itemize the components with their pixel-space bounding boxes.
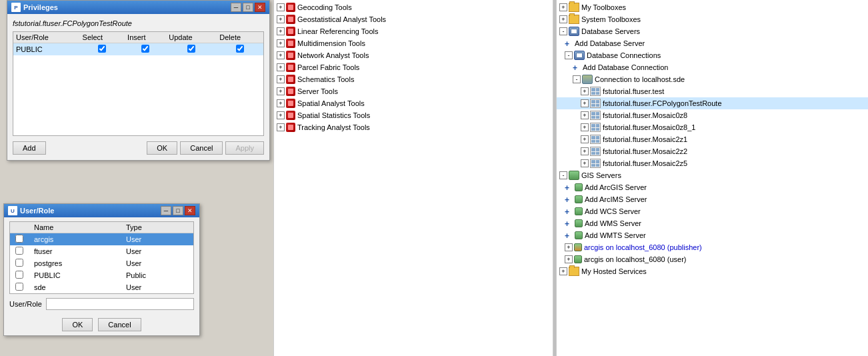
close-button[interactable]: ✕ (255, 3, 265, 12)
expand-database-servers[interactable]: - (559, 27, 567, 35)
expand-spatial-stats[interactable]: + (277, 111, 285, 119)
toolbox-item[interactable]: + Linear Referencing Tools (274, 25, 553, 37)
expand-server[interactable]: + (277, 87, 285, 95)
expand-mosaic0z8-1[interactable]: + (581, 123, 589, 131)
expand-database-connections[interactable]: - (565, 51, 573, 59)
system-toolboxes-label: System Toolboxes (581, 15, 641, 23)
table-row[interactable]: PUBLIC (13, 43, 263, 56)
expand-tracking[interactable]: + (277, 123, 285, 131)
expand-connection-localhost[interactable]: - (573, 75, 581, 83)
expand-ftuser-test[interactable]: + (581, 87, 589, 95)
toolbox-item[interactable]: + Schematics Tools (274, 73, 553, 85)
toolbox-item[interactable]: + Spatial Statistics Tools (274, 109, 553, 121)
catalog-item-mosaic0z8[interactable]: + fstutorial.ftuser.Mosaic0z8 (557, 109, 868, 121)
table-row[interactable]: ftuser User (10, 245, 193, 257)
catalog-item-add-db-connection[interactable]: + Add Database Connection (557, 61, 868, 73)
catalog-item-add-wmts[interactable]: + Add WMTS Server (557, 229, 868, 241)
catalog-item-mosaic2z5[interactable]: + fstutorial.ftuser.Mosaic2z5 (557, 157, 868, 169)
catalog-item-fcpolygon[interactable]: + fstutorial.ftuser.FCPolygonTestRoute (557, 97, 868, 109)
expand-arcgis-publisher[interactable]: + (565, 243, 573, 251)
catalog-item-arcgis-user[interactable]: + arcgis on localhost_6080 (user) (557, 253, 868, 265)
row-select[interactable] (80, 43, 125, 56)
expand-geocoding[interactable]: + (277, 3, 285, 11)
ur-row-check[interactable] (15, 271, 23, 279)
ur-maximize-button[interactable]: □ (173, 206, 183, 215)
catalog-item-add-wms[interactable]: + Add WMS Server (557, 217, 868, 229)
catalog-item-arcgis-publisher[interactable]: + arcgis on localhost_6080 (publisher) (557, 241, 868, 253)
toolbox-item[interactable]: + Network Analyst Tools (274, 49, 553, 61)
expand-spatial-analyst[interactable]: + (277, 99, 285, 107)
toolbox-item[interactable]: + Parcel Fabric Tools (274, 61, 553, 73)
catalog-item-my-toolboxes[interactable]: + My Toolboxes (557, 1, 868, 13)
table-row[interactable]: sde User (10, 281, 193, 293)
expand-my-toolboxes[interactable]: + (559, 3, 567, 11)
toolbox-item[interactable]: + Tracking Analyst Tools (274, 121, 553, 133)
catalog-item-mosaic2z2[interactable]: + fstutorial.ftuser.Mosaic2z2 (557, 145, 868, 157)
expand-linear[interactable]: + (277, 27, 285, 35)
catalog-item-add-arcims[interactable]: + Add ArcIMS Server (557, 193, 868, 205)
catalog-item-gis-servers[interactable]: - GIS Servers (557, 169, 868, 181)
ur-cancel-button[interactable]: Cancel (98, 318, 141, 331)
catalog-item-add-db-server[interactable]: + Add Database Server (557, 37, 868, 49)
grid-icon (590, 87, 601, 96)
catalog-item-add-wcs[interactable]: + Add WCS Server (557, 205, 868, 217)
toolbox-item[interactable]: + Multidimension Tools (274, 37, 553, 49)
row-update[interactable] (166, 43, 217, 56)
catalog-item-my-hosted[interactable]: + My Hosted Services (557, 265, 868, 277)
catalog-item-mosaic0z8-1[interactable]: + fstutorial.ftuser.Mosaic0z8_1 (557, 121, 868, 133)
expand-mosaic0z8[interactable]: + (581, 111, 589, 119)
expand-mosaic2z1[interactable]: + (581, 135, 589, 143)
toolbox-item[interactable]: + Server Tools (274, 85, 553, 97)
catalog-item-ftuser-test[interactable]: + fstutorial.ftuser.test (557, 85, 868, 97)
userrole-input[interactable] (46, 298, 194, 310)
expand-geostatistical[interactable]: + (277, 15, 285, 23)
maximize-button[interactable]: □ (243, 3, 253, 12)
catalog-item-add-arcgis[interactable]: + Add ArcGIS Server (557, 181, 868, 193)
expand-schematics[interactable]: + (277, 75, 285, 83)
expand-system-toolboxes[interactable]: + (559, 15, 567, 23)
toolbox-icon (286, 111, 295, 120)
catalog-item-connection-localhost[interactable]: - Connection to localhost.sde (557, 73, 868, 85)
expand-mosaic2z2[interactable]: + (581, 147, 589, 155)
add-button[interactable]: Add (13, 141, 46, 155)
expand-gis-servers[interactable]: - (559, 171, 567, 179)
cancel-button[interactable]: Cancel (180, 141, 223, 155)
toolbox-label: Multidimension Tools (297, 39, 365, 47)
minimize-button[interactable]: ─ (231, 3, 241, 12)
table-row[interactable]: PUBLIC Public (10, 269, 193, 281)
ur-row-check[interactable] (15, 247, 23, 255)
userrole-titlebar-buttons: ─ □ ✕ (161, 206, 195, 215)
ok-button[interactable]: OK (147, 141, 177, 155)
ur-row-check[interactable] (15, 259, 23, 267)
toolbox-item[interactable]: + Geocoding Tools (274, 1, 553, 13)
add-arcgis-label: Add ArcGIS Server (585, 183, 647, 191)
expand-fcpolygon[interactable]: + (581, 99, 589, 107)
ur-row-check[interactable] (15, 283, 23, 291)
toolbox-item[interactable]: + Spatial Analyst Tools (274, 97, 553, 109)
toolbox-item[interactable]: + Geostatistical Analyst Tools (274, 13, 553, 25)
expand-arcgis-user[interactable]: + (565, 255, 573, 263)
privileges-dialog: P Privileges ─ □ ✕ fstutorial.ftuser.FCP… (7, 0, 270, 161)
catalog-item-mosaic2z1[interactable]: + fstutorial.ftuser.Mosaic2z1 (557, 133, 868, 145)
ur-minimize-button[interactable]: ─ (161, 206, 171, 215)
catalog-item-database-connections[interactable]: - Database Connections (557, 49, 868, 61)
table-row[interactable]: postgres User (10, 257, 193, 269)
apply-button[interactable]: Apply (225, 141, 264, 155)
row-insert[interactable] (125, 43, 166, 56)
ur-ok-button[interactable]: OK (62, 318, 93, 331)
expand-my-hosted[interactable]: + (559, 267, 567, 275)
toolbox-label: Spatial Statistics Tools (297, 111, 370, 119)
expand-mosaic2z5[interactable]: + (581, 159, 589, 167)
expand-parcel[interactable]: + (277, 63, 285, 71)
expand-multidimension[interactable]: + (277, 39, 285, 47)
table-row[interactable]: arcgis User (10, 233, 193, 246)
catalog-item-system-toolboxes[interactable]: + System Toolboxes (557, 13, 868, 25)
ur-row-name: postgres (29, 257, 121, 269)
row-delete[interactable] (217, 43, 263, 56)
ur-close-button[interactable]: ✕ (185, 206, 195, 215)
ftuser-test-label: fstutorial.ftuser.test (603, 87, 664, 95)
catalog-item-database-servers[interactable]: - Database Servers (557, 25, 868, 37)
ur-row-check[interactable] (15, 235, 23, 243)
expand-network[interactable]: + (277, 51, 285, 59)
plus-icon: + (565, 219, 573, 227)
